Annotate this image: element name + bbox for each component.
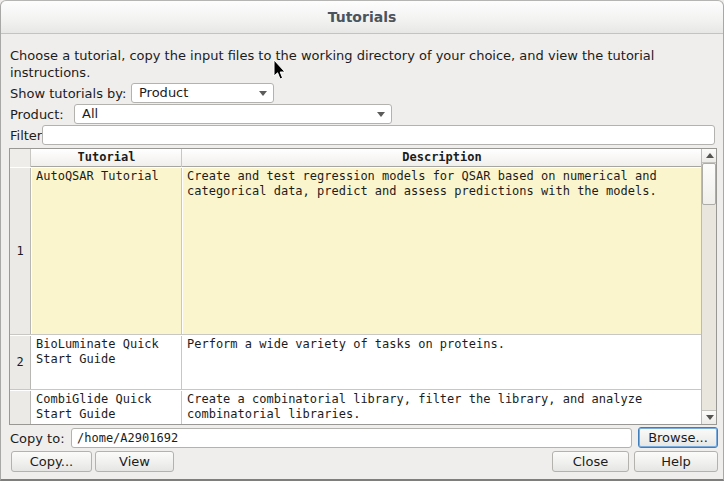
tutorial-cell[interactable]: BioLuminate Quick Start Guide <box>32 336 182 389</box>
chevron-down-icon <box>259 91 267 96</box>
product-value: All <box>82 106 98 121</box>
description-cell[interactable]: Perform a wide variety of tasks on prote… <box>183 336 701 389</box>
description-column-header[interactable]: Description <box>183 149 701 167</box>
vertical-scrollbar[interactable] <box>701 149 716 424</box>
scroll-up-arrow-icon <box>706 153 714 158</box>
show-tutorials-by-label: Show tutorials by: <box>10 84 126 103</box>
tutorial-cell[interactable]: CombiGlide Quick Start Guide <box>32 391 182 425</box>
table-header: Tutorial Description <box>10 149 701 167</box>
help-button[interactable]: Help <box>634 451 718 472</box>
browse-button[interactable]: Browse... <box>638 427 718 448</box>
scroll-down-arrow-icon <box>706 415 714 420</box>
scrollbar-thumb[interactable] <box>702 163 716 205</box>
row-number-header[interactable] <box>10 149 31 167</box>
tutorials-table: Tutorial Description 1 AutoQSAR Tutorial… <box>9 148 717 425</box>
show-tutorials-by-value: Product <box>139 85 188 100</box>
description-cell[interactable]: Create a combinatorial library, filter t… <box>183 391 701 425</box>
copy-to-label: Copy to: <box>10 429 65 448</box>
product-label: Product: <box>10 105 64 124</box>
row-number <box>10 391 31 425</box>
scroll-up-button[interactable] <box>702 149 717 163</box>
description-cell[interactable]: Create and test regression models for QS… <box>183 168 701 334</box>
row-number: 1 <box>10 168 31 334</box>
row-number: 2 <box>10 336 31 389</box>
chevron-down-icon <box>377 112 385 117</box>
show-tutorials-by-select[interactable]: Product <box>131 83 274 103</box>
table-row[interactable]: 1 AutoQSAR Tutorial Create and test regr… <box>10 168 701 335</box>
close-button[interactable]: Close <box>552 451 629 472</box>
view-button[interactable]: View <box>95 451 174 472</box>
tutorial-column-header[interactable]: Tutorial <box>32 149 182 167</box>
filter-label: Filter: <box>10 126 46 145</box>
title-bar[interactable]: Tutorials <box>1 1 723 34</box>
scroll-down-button[interactable] <box>702 410 717 424</box>
table-row[interactable]: 2 BioLuminate Quick Start Guide Perform … <box>10 336 701 390</box>
tutorials-dialog: Tutorials Choose a tutorial, copy the in… <box>0 0 724 481</box>
copy-to-input[interactable]: /home/A2901692 <box>71 428 632 448</box>
table-row[interactable]: CombiGlide Quick Start Guide Create a co… <box>10 391 701 425</box>
window-title: Tutorials <box>328 9 397 25</box>
tutorial-cell[interactable]: AutoQSAR Tutorial <box>32 168 182 334</box>
product-select[interactable]: All <box>74 104 392 124</box>
intro-text: Choose a tutorial, copy the input files … <box>10 47 700 81</box>
filter-input[interactable] <box>42 125 715 145</box>
copy-button[interactable]: Copy... <box>11 451 92 472</box>
